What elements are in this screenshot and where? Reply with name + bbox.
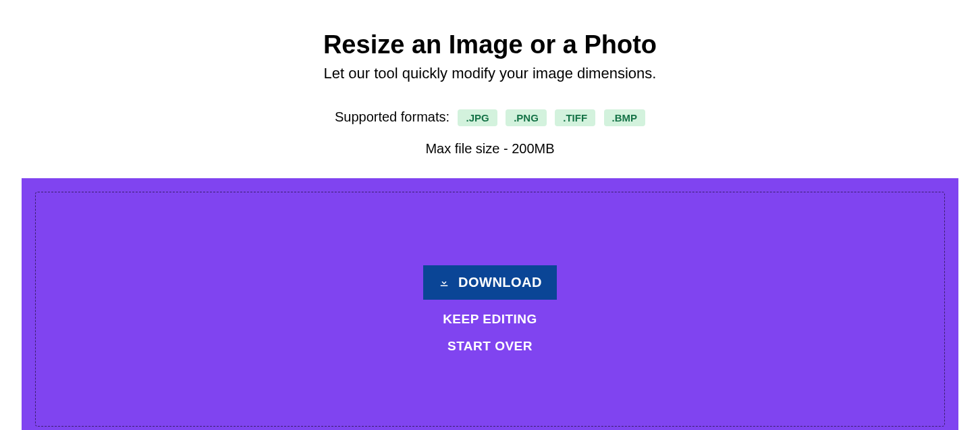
- page-title: Resize an Image or a Photo: [0, 30, 980, 59]
- download-button[interactable]: DOWNLOAD: [423, 265, 557, 300]
- drop-panel: DOWNLOAD KEEP EDITING START OVER: [22, 178, 958, 430]
- format-badge-jpg: .JPG: [458, 109, 497, 126]
- format-badge-tiff: .TIFF: [555, 109, 595, 126]
- keep-editing-button[interactable]: KEEP EDITING: [443, 312, 537, 327]
- format-badge-bmp: .BMP: [604, 109, 646, 126]
- download-icon: [438, 276, 450, 288]
- max-file-size-text: Max file size - 200MB: [0, 141, 980, 157]
- format-badge-png: .PNG: [506, 109, 547, 126]
- start-over-button[interactable]: START OVER: [447, 339, 533, 354]
- download-button-label: DOWNLOAD: [458, 275, 542, 290]
- supported-formats-label: Supported formats:: [335, 109, 450, 124]
- drop-zone[interactable]: DOWNLOAD KEEP EDITING START OVER: [35, 192, 945, 427]
- page-subtitle: Let our tool quickly modify your image d…: [0, 65, 980, 82]
